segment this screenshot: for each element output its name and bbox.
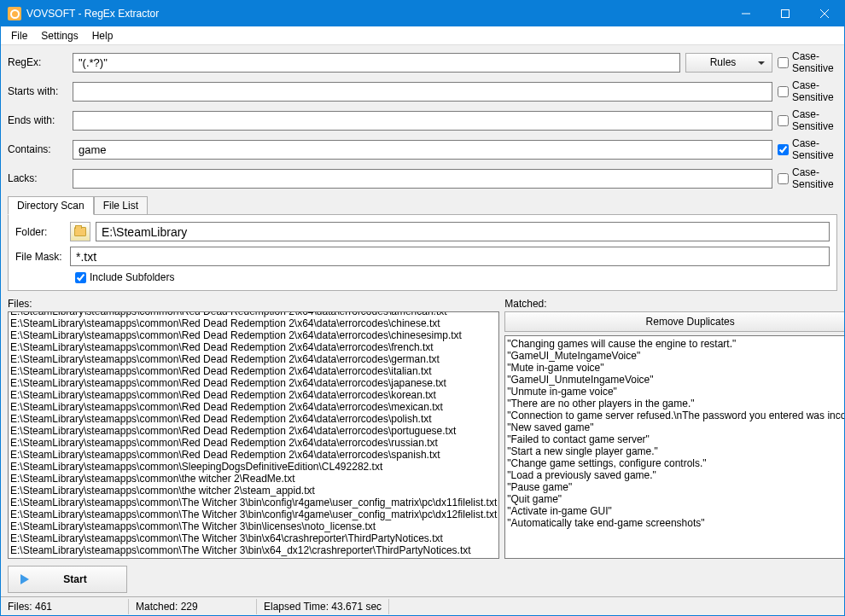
list-item[interactable]: "Unmute in-game voice" (507, 386, 845, 398)
regex-label: RegEx: (8, 56, 67, 68)
list-item[interactable]: "Change game settings, configure control… (507, 457, 845, 469)
contains-case-sensitive[interactable]: Case-Sensitive (778, 137, 837, 161)
svg-rect-1 (782, 10, 790, 18)
filemask-input[interactable] (70, 247, 830, 266)
folder-icon (74, 227, 86, 236)
matched-panel: Matched: Remove Duplicates "Changing gam… (504, 298, 845, 559)
menu-help[interactable]: Help (85, 28, 120, 44)
status-matched: Matched: 229 (129, 599, 257, 614)
list-item[interactable]: E:\SteamLibrary\steamapps\common\The Wit… (10, 532, 497, 544)
files-panel: Files: E:\SteamLibrary\steamapps\common\… (8, 298, 499, 559)
maximize-button[interactable] (766, 1, 805, 26)
remove-duplicates-button[interactable]: Remove Duplicates (504, 311, 845, 332)
list-item[interactable]: "New saved game" (507, 421, 845, 433)
list-item[interactable]: E:\SteamLibrary\steamapps\common\Red Dea… (10, 449, 497, 461)
list-item[interactable]: E:\SteamLibrary\steamapps\common\Red Dea… (10, 437, 497, 449)
filter-form: RegEx: Rules Case-Sensitive Starts with:… (1, 45, 844, 294)
status-bar: Files: 461 Matched: 229 Elapsed Time: 43… (1, 596, 844, 615)
lacks-case-sensitive[interactable]: Case-Sensitive (778, 166, 837, 190)
startswith-label: Starts with: (8, 85, 67, 97)
contains-label: Contains: (8, 143, 67, 155)
window-title: VOVSOFT - RegEx Extractor (26, 8, 726, 20)
list-item[interactable]: E:\SteamLibrary\steamapps\common\The Wit… (10, 508, 497, 520)
contains-cs-checkbox[interactable] (778, 144, 789, 155)
list-item[interactable]: "GameUI_MuteIngameVoice" (507, 350, 845, 362)
list-item[interactable]: E:\SteamLibrary\steamapps\common\Red Dea… (10, 353, 497, 365)
list-item[interactable]: E:\SteamLibrary\steamapps\common\Red Dea… (10, 377, 497, 389)
folder-label: Folder: (15, 226, 65, 238)
status-files: Files: 461 (1, 599, 129, 614)
lacks-label: Lacks: (8, 172, 67, 184)
lacks-cs-checkbox[interactable] (778, 173, 789, 184)
source-tabs: Directory Scan File List (8, 195, 837, 214)
endswith-input[interactable] (73, 111, 772, 131)
filemask-label: File Mask: (15, 251, 65, 263)
list-item[interactable]: E:\SteamLibrary\steamapps\common\Red Dea… (10, 425, 497, 437)
startswith-case-sensitive[interactable]: Case-Sensitive (778, 79, 837, 103)
list-item[interactable]: "There are no other players in the game.… (507, 398, 845, 410)
regex-case-sensitive[interactable]: Case-Sensitive (778, 50, 837, 74)
folder-input[interactable] (96, 222, 830, 241)
list-item[interactable]: E:\SteamLibrary\steamapps\common\Red Dea… (10, 329, 497, 341)
rules-label: Rules (710, 56, 737, 68)
list-item[interactable]: "Failed to contact game server" (507, 433, 845, 445)
list-item[interactable]: E:\SteamLibrary\steamapps\common\Red Dea… (10, 311, 497, 317)
close-button[interactable] (805, 1, 844, 26)
endswith-cs-checkbox[interactable] (778, 115, 789, 126)
list-item[interactable]: "Start a new single player game." (507, 445, 845, 457)
include-subfolders-checkbox[interactable] (75, 272, 86, 283)
list-item[interactable]: E:\SteamLibrary\steamapps\common\Red Dea… (10, 317, 497, 329)
list-item[interactable]: "Changing games will cause the engine to… (507, 338, 845, 350)
list-item[interactable]: "Mute in-game voice" (507, 362, 845, 374)
endswith-label: Ends with: (8, 114, 67, 126)
status-elapsed: Elapsed Time: 43.671 sec (257, 599, 389, 614)
files-list[interactable]: E:\SteamLibrary\steamapps\common\Metal G… (8, 311, 499, 559)
list-item[interactable]: E:\SteamLibrary\steamapps\common\Sleepin… (10, 461, 497, 473)
regex-input[interactable] (73, 53, 680, 73)
menu-file[interactable]: File (4, 28, 34, 44)
startswith-input[interactable] (73, 82, 772, 102)
list-item[interactable]: E:\SteamLibrary\steamapps\common\Red Dea… (10, 401, 497, 413)
menu-settings[interactable]: Settings (34, 28, 84, 44)
tab-file-list[interactable]: File List (94, 196, 148, 215)
list-item[interactable]: E:\SteamLibrary\steamapps\common\Red Dea… (10, 341, 497, 353)
list-item[interactable]: "Load a previously saved game." (507, 469, 845, 481)
list-item[interactable]: E:\SteamLibrary\steamapps\common\Red Dea… (10, 365, 497, 377)
titlebar: VOVSOFT - RegEx Extractor (1, 1, 844, 26)
list-item[interactable]: E:\SteamLibrary\steamapps\common\The Wit… (10, 544, 497, 556)
start-button[interactable]: Start (8, 566, 127, 593)
minimize-button[interactable] (726, 1, 766, 26)
matched-header: Matched: (504, 298, 845, 310)
menubar: File Settings Help (1, 26, 844, 45)
list-item[interactable]: "Pause game" (507, 481, 845, 493)
list-item[interactable]: "Connection to game server refused.\nThe… (507, 410, 845, 421)
regex-cs-checkbox[interactable] (778, 57, 789, 68)
list-item[interactable]: E:\SteamLibrary\steamapps\common\The Wit… (10, 520, 497, 532)
chevron-down-icon (758, 61, 765, 65)
lacks-input[interactable] (73, 169, 772, 189)
list-item[interactable]: "Activate in-game GUI" (507, 505, 845, 517)
list-item[interactable]: E:\SteamLibrary\steamapps\common\Red Dea… (10, 413, 497, 425)
tab-directory-scan[interactable]: Directory Scan (8, 196, 94, 215)
list-item[interactable]: E:\SteamLibrary\steamapps\common\The Wit… (10, 497, 497, 508)
list-item[interactable]: "GameUI_UnmuteIngameVoice" (507, 374, 845, 386)
list-item[interactable]: E:\SteamLibrary\steamapps\common\the wit… (10, 473, 497, 485)
app-icon (8, 7, 21, 20)
play-icon (20, 574, 29, 584)
startswith-cs-checkbox[interactable] (778, 86, 789, 97)
contains-input[interactable] (73, 140, 772, 160)
rules-dropdown[interactable]: Rules (685, 53, 772, 73)
list-item[interactable]: "Quit game" (507, 493, 845, 505)
list-item[interactable]: E:\SteamLibrary\steamapps\common\Red Dea… (10, 389, 497, 401)
browse-folder-button[interactable] (70, 222, 90, 241)
matched-list[interactable]: "Changing games will cause the engine to… (504, 335, 845, 559)
endswith-case-sensitive[interactable]: Case-Sensitive (778, 108, 837, 132)
directory-scan-panel: Folder: File Mask: Include Subfolders (8, 214, 837, 291)
include-subfolders[interactable]: Include Subfolders (75, 271, 830, 283)
list-item[interactable]: E:\SteamLibrary\steamapps\common\the wit… (10, 485, 497, 497)
files-header: Files: (8, 298, 499, 310)
list-item[interactable]: "Automatically take end-game screenshots… (507, 517, 845, 529)
